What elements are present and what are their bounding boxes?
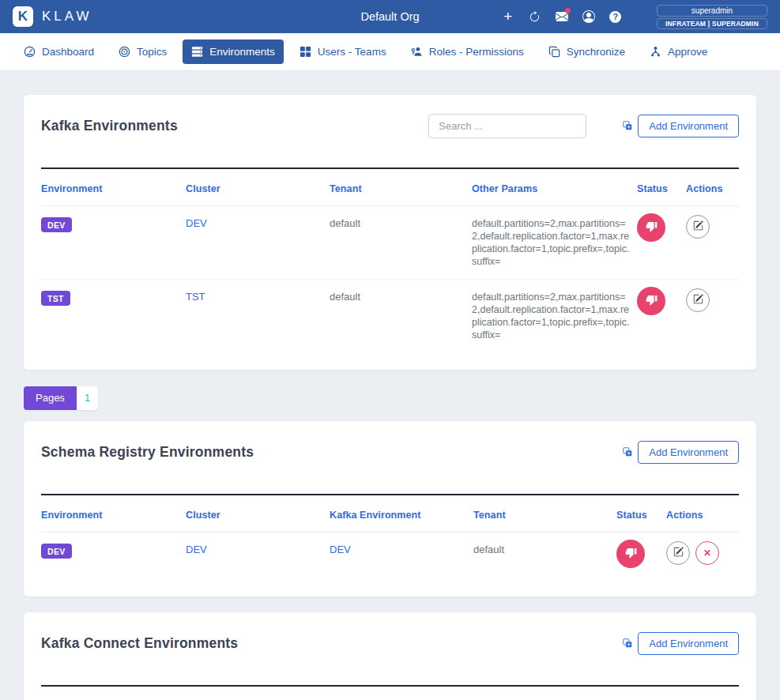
edit-icon bbox=[693, 294, 703, 307]
edit-icon bbox=[673, 547, 684, 559]
add-environment-button[interactable]: Add Environment bbox=[638, 115, 739, 137]
kafka-environments-card: Kafka Environments Add Environment Envir… bbox=[24, 95, 756, 370]
add-environment-button[interactable]: Add Environment bbox=[638, 632, 739, 655]
klaw-logo-icon[interactable]: K bbox=[13, 6, 33, 27]
mail-icon[interactable] bbox=[556, 10, 568, 23]
tab-label: Topics bbox=[137, 46, 167, 58]
team-role-chip: INFRATEAM | SUPERADMIN bbox=[657, 18, 767, 29]
cluster-link[interactable]: TST bbox=[186, 291, 205, 303]
cluster-link[interactable]: DEV bbox=[186, 544, 207, 555]
edit-icon bbox=[693, 220, 703, 233]
table-row: DEV DEV default default.partitions=2,max… bbox=[41, 206, 739, 280]
copy-icon bbox=[548, 46, 560, 58]
tab-users-teams[interactable]: Users - Teams bbox=[291, 40, 395, 64]
col-environment: Environment bbox=[41, 168, 186, 206]
col-actions: Actions bbox=[686, 168, 739, 206]
help-glyph: ? bbox=[609, 11, 621, 23]
table-row: TST TST default default.partitions=2,max… bbox=[41, 280, 739, 353]
pagination: Pages 1 bbox=[24, 386, 98, 410]
tab-label: Dashboard bbox=[42, 46, 94, 58]
help-icon[interactable]: ? bbox=[609, 10, 622, 23]
status-thumbs-down-button[interactable] bbox=[616, 540, 645, 568]
col-environment: Environment bbox=[41, 686, 223, 700]
col-tenant: Tenant bbox=[473, 495, 616, 533]
speedometer-icon bbox=[24, 46, 36, 58]
tab-label: Synchronize bbox=[567, 46, 625, 58]
org-title: Default Org bbox=[360, 10, 419, 23]
person-key-icon bbox=[411, 46, 423, 58]
connect-card-header: Kafka Connect Environments Add Environme… bbox=[41, 630, 739, 657]
edit-environment-button[interactable] bbox=[686, 288, 710, 312]
schema-registry-card: Schema Registry Environments Add Environ… bbox=[24, 421, 756, 597]
target-icon bbox=[119, 46, 130, 58]
tab-environments[interactable]: Environments bbox=[183, 40, 284, 64]
col-actions: Actions bbox=[636, 686, 739, 700]
connect-card-title: Kafka Connect Environments bbox=[41, 635, 623, 652]
env-badge: TST bbox=[41, 291, 70, 306]
tab-label: Roles - Permissions bbox=[429, 46, 524, 58]
col-status: Status bbox=[637, 168, 686, 206]
tab-topics[interactable]: Topics bbox=[110, 40, 175, 64]
kafka-card-title: Kafka Environments bbox=[41, 118, 428, 134]
other-params-value: default.partitions=2,max.partitions=2,de… bbox=[472, 217, 630, 268]
main-nav-tabs: Dashboard Topics Environments Users - Te… bbox=[0, 33, 780, 71]
col-status: Status bbox=[584, 686, 636, 700]
tenant-value: default bbox=[330, 217, 360, 229]
server-stack-icon bbox=[191, 46, 203, 58]
brand-name: KLAW bbox=[42, 9, 92, 24]
top-navbar: K KLAW Default Org + ? superadmin INFRAT… bbox=[0, 0, 780, 33]
col-cluster: Cluster bbox=[186, 168, 330, 206]
other-params-value: default.partitions=2,max.partitions=2,de… bbox=[472, 291, 630, 341]
spacer bbox=[24, 597, 756, 612]
status-thumbs-down-button[interactable] bbox=[637, 213, 665, 242]
tab-roles-permissions[interactable]: Roles - Permissions bbox=[402, 40, 533, 64]
env-badge: DEV bbox=[41, 544, 72, 559]
schema-card-title: Schema Registry Environments bbox=[41, 444, 623, 461]
tab-label: Approve bbox=[668, 46, 707, 58]
copy-plus-icon[interactable] bbox=[623, 447, 632, 457]
tab-approve[interactable]: Approve bbox=[641, 40, 716, 64]
table-header-row: Environment Cluster Kafka Environment Te… bbox=[41, 495, 739, 533]
user-info[interactable]: superadmin INFRATEAM | SUPERADMIN bbox=[657, 5, 767, 29]
env-badge: DEV bbox=[41, 217, 72, 232]
col-tenant: Tenant bbox=[402, 686, 584, 700]
tab-dashboard[interactable]: Dashboard bbox=[15, 40, 103, 64]
kafka-environments-table: Environment Cluster Tenant Other Params … bbox=[41, 167, 739, 352]
tab-label: Users - Teams bbox=[318, 46, 386, 58]
delete-environment-button[interactable]: ✕ bbox=[695, 541, 719, 565]
add-environment-button[interactable]: Add Environment bbox=[638, 441, 739, 464]
grid-icon bbox=[300, 46, 311, 58]
request-plus-icon[interactable]: + bbox=[502, 10, 514, 23]
approve-flow-icon bbox=[650, 46, 661, 58]
table-row: DEV DEV DEV default bbox=[41, 533, 739, 580]
table-header-row: Environment Cluster Tenant Status Action… bbox=[41, 686, 739, 700]
edit-environment-button[interactable] bbox=[666, 541, 690, 565]
col-tenant: Tenant bbox=[330, 168, 472, 206]
col-cluster: Cluster bbox=[223, 686, 402, 700]
search-input[interactable] bbox=[428, 114, 586, 138]
thumbs-down-icon bbox=[646, 220, 658, 235]
col-kafka-environment: Kafka Environment bbox=[330, 495, 473, 533]
status-thumbs-down-button[interactable] bbox=[637, 287, 665, 315]
copy-plus-icon[interactable] bbox=[623, 638, 632, 648]
thumbs-down-icon bbox=[646, 294, 658, 308]
tab-label: Environments bbox=[209, 46, 275, 58]
kafka-environment-link[interactable]: DEV bbox=[330, 544, 351, 555]
edit-environment-button[interactable] bbox=[686, 215, 710, 239]
user-icon[interactable] bbox=[582, 10, 595, 23]
table-header-row: Environment Cluster Tenant Other Params … bbox=[41, 168, 739, 206]
kafka-connect-card: Kafka Connect Environments Add Environme… bbox=[24, 612, 756, 700]
col-cluster: Cluster bbox=[186, 495, 330, 533]
refresh-icon[interactable] bbox=[529, 10, 541, 23]
col-actions: Actions bbox=[666, 495, 739, 533]
page-content: Kafka Environments Add Environment Envir… bbox=[0, 71, 780, 700]
copy-plus-icon[interactable] bbox=[623, 121, 632, 130]
col-environment: Environment bbox=[41, 495, 186, 533]
cluster-link[interactable]: DEV bbox=[186, 217, 207, 229]
page-number-button[interactable]: 1 bbox=[77, 386, 98, 410]
navbar-actions: + ? superadmin INFRATEAM | SUPERADMIN bbox=[502, 5, 767, 29]
schema-environments-table: Environment Cluster Kafka Environment Te… bbox=[41, 494, 739, 579]
thumbs-down-icon bbox=[625, 547, 637, 561]
pages-label-button[interactable]: Pages bbox=[24, 386, 77, 410]
tab-synchronize[interactable]: Synchronize bbox=[540, 40, 634, 64]
